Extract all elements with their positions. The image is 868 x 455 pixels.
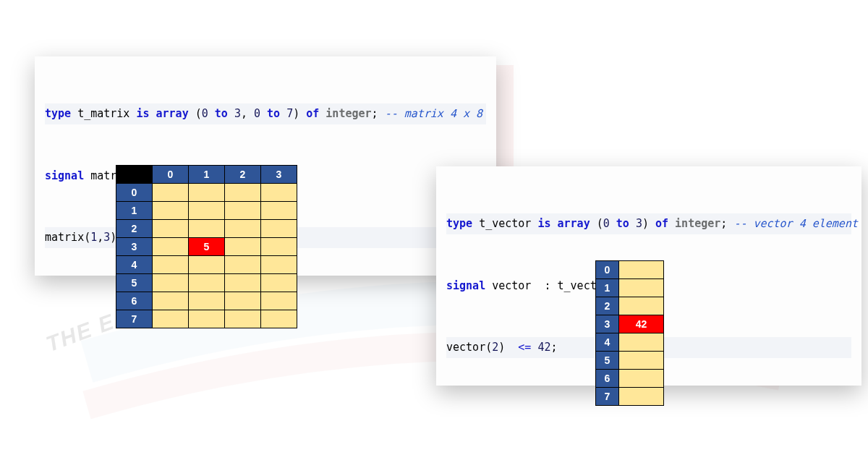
matrix-cell [153, 292, 189, 310]
vector-row-header: 1 [596, 279, 619, 297]
matrix-cell [153, 184, 189, 202]
matrix-table: 0123012354567 [116, 165, 297, 328]
matrix-row-header: 0 [116, 184, 153, 202]
vector-cell [619, 352, 664, 370]
matrix-cell [225, 256, 261, 274]
matrix-row-header: 6 [116, 292, 153, 310]
matrix-cell [261, 310, 297, 328]
matrix-cell [261, 274, 297, 292]
matrix-cell [261, 220, 297, 238]
matrix-cell: 5 [189, 238, 225, 256]
matrix-cell [153, 202, 189, 220]
matrix-row-header: 3 [116, 238, 153, 256]
vector-row-header: 7 [596, 388, 619, 406]
matrix-cell [153, 220, 189, 238]
matrix-cell [225, 274, 261, 292]
matrix-row-header: 5 [116, 274, 153, 292]
vector-row-header: 4 [596, 333, 619, 352]
matrix-cell [189, 220, 225, 238]
matrix-cell [225, 292, 261, 310]
vector-row-header: 0 [596, 261, 619, 279]
vector-cell: 42 [619, 315, 664, 333]
matrix-corner [116, 166, 153, 184]
matrix-row-header: 1 [116, 202, 153, 220]
matrix-cell [225, 238, 261, 256]
vector-cell [619, 279, 664, 297]
code-line: type t_matrix is array (0 to 3, 0 to 7) … [45, 103, 486, 124]
matrix-cell [261, 238, 297, 256]
vector-cell [619, 370, 664, 388]
matrix-cell [189, 184, 225, 202]
matrix-col-header: 1 [189, 166, 225, 184]
matrix-cell [225, 310, 261, 328]
vector-row-header: 2 [596, 297, 619, 315]
matrix-row-header: 2 [116, 220, 153, 238]
matrix-cell [261, 184, 297, 202]
vector-cell [619, 333, 664, 352]
matrix-cell [261, 256, 297, 274]
matrix-cell [225, 202, 261, 220]
matrix-cell [153, 274, 189, 292]
matrix-cell [261, 202, 297, 220]
vector-cell [619, 297, 664, 315]
matrix-cell [189, 256, 225, 274]
matrix-cell [153, 310, 189, 328]
vector-row-header: 3 [596, 315, 619, 333]
matrix-cell [153, 256, 189, 274]
code-line: type t_vector is array (0 to 3) of integ… [446, 213, 851, 234]
vector-cell [619, 261, 664, 279]
vector-row-header: 5 [596, 352, 619, 370]
vector-row-header: 6 [596, 370, 619, 388]
matrix-cell [189, 202, 225, 220]
matrix-cell [189, 310, 225, 328]
matrix-cell [153, 238, 189, 256]
vector-cell [619, 388, 664, 406]
matrix-row-header: 7 [116, 310, 153, 328]
matrix-col-header: 0 [153, 166, 189, 184]
matrix-col-header: 2 [225, 166, 261, 184]
matrix-cell [261, 292, 297, 310]
matrix-cell [225, 220, 261, 238]
matrix-cell [225, 184, 261, 202]
matrix-cell [189, 274, 225, 292]
matrix-cell [189, 292, 225, 310]
matrix-col-header: 3 [261, 166, 297, 184]
vector-table: 0123424567 [595, 260, 664, 406]
matrix-row-header: 4 [116, 256, 153, 274]
